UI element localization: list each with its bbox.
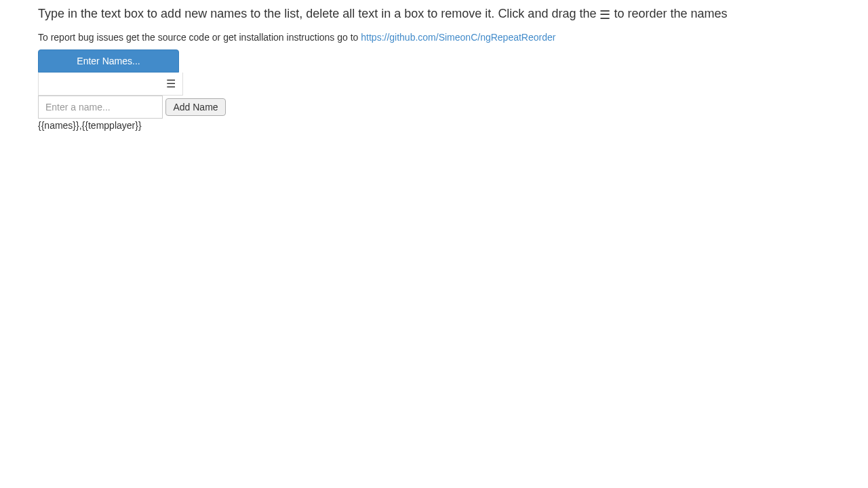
report-prefix: To report bug issues get the source code… bbox=[38, 32, 361, 43]
drag-icon: ☰ bbox=[599, 9, 610, 21]
repo-link[interactable]: https://github.com/SimeonC/ngRepeatReord… bbox=[361, 32, 555, 43]
report-line: To report bug issues get the source code… bbox=[38, 32, 830, 43]
drag-handle-icon[interactable]: ☰ bbox=[166, 77, 176, 90]
panel-heading: Enter Names... bbox=[38, 49, 179, 73]
list-item: ☰ bbox=[38, 73, 183, 96]
add-row: Add Name bbox=[38, 96, 830, 119]
raw-output: {{names}},{{tempplayer}} bbox=[38, 120, 830, 131]
intro-text-after: to reorder the names bbox=[610, 7, 727, 20]
names-panel: Enter Names... ☰ Add Name {{names}},{{te… bbox=[38, 49, 830, 131]
intro-text: Type in the text box to add new names to… bbox=[38, 5, 830, 22]
intro-text-before: Type in the text box to add new names to… bbox=[38, 7, 599, 20]
add-name-button[interactable]: Add Name bbox=[165, 98, 225, 116]
name-input[interactable] bbox=[38, 96, 163, 119]
